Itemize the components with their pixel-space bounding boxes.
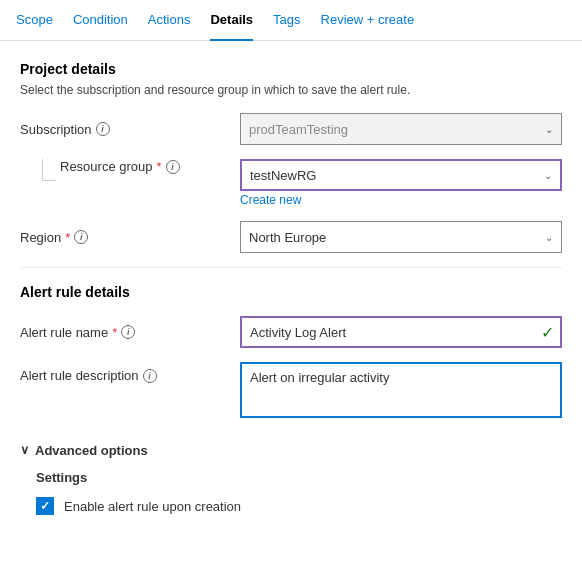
region-control: North Europe ⌄ (240, 221, 562, 253)
resource-group-dropdown[interactable]: testNewRG ⌄ (240, 159, 562, 191)
subscription-row: Subscription i prodTeamTesting ⌄ (20, 113, 562, 145)
region-label: Region * i (20, 230, 240, 245)
subscription-control: prodTeamTesting ⌄ (240, 113, 562, 145)
resource-group-chevron-icon: ⌄ (544, 170, 552, 181)
tab-actions[interactable]: Actions (148, 0, 191, 41)
subscription-info-icon[interactable]: i (96, 122, 110, 136)
subscription-value: prodTeamTesting (249, 122, 348, 137)
advanced-options-title: Advanced options (35, 443, 148, 458)
region-value: North Europe (249, 230, 326, 245)
alert-rule-desc-info-icon[interactable]: i (143, 369, 157, 383)
tab-condition[interactable]: Condition (73, 0, 128, 41)
alert-rule-name-input[interactable] (240, 316, 562, 348)
tab-review-create[interactable]: Review + create (321, 0, 415, 41)
subscription-chevron-icon: ⌄ (545, 124, 553, 135)
alert-rule-desc-label: Alert rule description i (20, 362, 240, 383)
resource-group-control: testNewRG ⌄ Create new (240, 159, 562, 207)
project-details-title: Project details (20, 61, 562, 77)
checkbox-checkmark: ✓ (40, 499, 50, 513)
alert-rule-name-check-icon: ✓ (541, 323, 554, 342)
nav-tabs: Scope Condition Actions Details Tags Rev… (0, 0, 582, 41)
tab-scope[interactable]: Scope (16, 0, 53, 41)
region-info-icon[interactable]: i (74, 230, 88, 244)
alert-rule-name-input-wrap: ✓ (240, 316, 562, 348)
advanced-options-toggle[interactable]: ∧ Advanced options (20, 443, 562, 458)
alert-rule-details-title: Alert rule details (20, 284, 562, 300)
settings-title: Settings (20, 470, 562, 485)
project-details-desc: Select the subscription and resource gro… (20, 83, 562, 97)
alert-rule-desc-textarea[interactable]: Alert on irregular activity (240, 362, 562, 418)
region-row: Region * i North Europe ⌄ (20, 221, 562, 253)
enable-alert-checkbox[interactable]: ✓ (36, 497, 54, 515)
alert-rule-name-info-icon[interactable]: i (121, 325, 135, 339)
alert-rule-desc-row: Alert rule description i Alert on irregu… (20, 362, 562, 421)
resource-group-value: testNewRG (250, 168, 316, 183)
resource-group-label: Resource group * i (60, 159, 180, 174)
alert-rule-name-row: Alert rule name * i ✓ (20, 316, 562, 348)
section-divider (20, 267, 562, 268)
advanced-chevron-icon: ∧ (20, 444, 29, 458)
region-chevron-icon: ⌄ (545, 232, 553, 243)
alert-rule-desc-control: Alert on irregular activity (240, 362, 562, 421)
subscription-dropdown: prodTeamTesting ⌄ (240, 113, 562, 145)
alert-rule-name-control: ✓ (240, 316, 562, 348)
tab-details[interactable]: Details (210, 0, 253, 41)
subscription-label: Subscription i (20, 122, 240, 137)
create-new-link[interactable]: Create new (240, 193, 562, 207)
region-dropdown[interactable]: North Europe ⌄ (240, 221, 562, 253)
main-content: Project details Select the subscription … (0, 41, 582, 535)
resource-group-info-icon[interactable]: i (166, 160, 180, 174)
alert-rule-name-label: Alert rule name * i (20, 325, 240, 340)
enable-alert-label: Enable alert rule upon creation (64, 499, 241, 514)
enable-alert-row: ✓ Enable alert rule upon creation (20, 497, 562, 515)
tab-tags[interactable]: Tags (273, 0, 300, 41)
